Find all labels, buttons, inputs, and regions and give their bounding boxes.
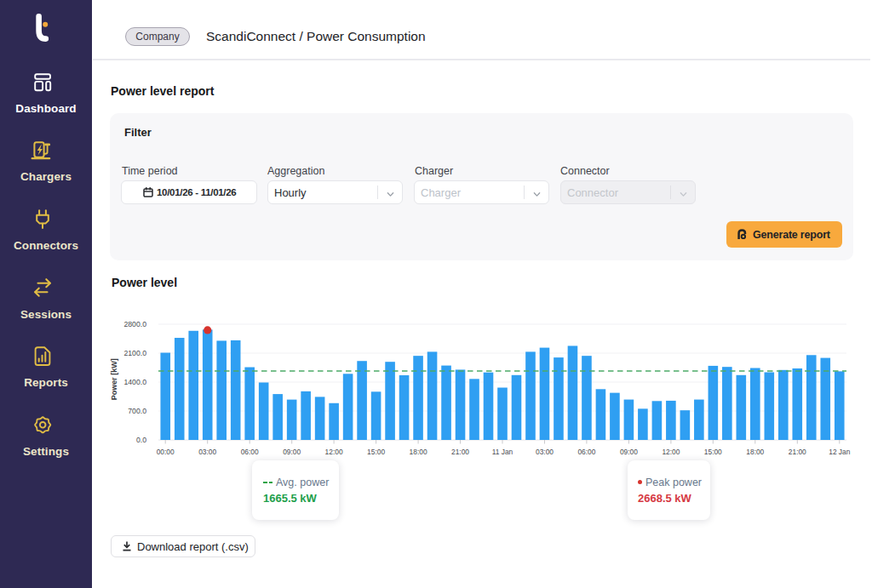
svg-text:09:00: 09:00 [283,448,301,456]
svg-text:21:00: 21:00 [451,448,469,456]
svg-text:09:00: 09:00 [620,448,638,456]
svg-text:18:00: 18:00 [410,448,427,456]
svg-text:15:00: 15:00 [367,448,385,456]
svg-text:700.0: 700.0 [128,407,146,415]
svg-text:1400.0: 1400.0 [123,378,146,386]
svg-text:15:00: 15:00 [704,448,722,456]
svg-text:11 Jan: 11 Jan [492,448,513,456]
svg-text:12:00: 12:00 [325,448,343,456]
svg-text:0.0: 0.0 [136,436,146,444]
svg-text:12 Jan: 12 Jan [829,448,850,456]
svg-text:18:00: 18:00 [746,448,764,456]
svg-text:06:00: 06:00 [577,448,595,456]
svg-text:21:00: 21:00 [789,448,806,456]
svg-text:2100.0: 2100.0 [123,349,146,357]
svg-text:12:00: 12:00 [662,448,680,456]
svg-text:2800.0: 2800.0 [123,320,146,328]
svg-text:03:00: 03:00 [198,448,216,456]
svg-text:06:00: 06:00 [241,448,259,456]
svg-text:Power [kW]: Power [kW] [110,358,118,400]
svg-text:00:00: 00:00 [157,448,175,456]
svg-text:03:00: 03:00 [536,448,554,456]
